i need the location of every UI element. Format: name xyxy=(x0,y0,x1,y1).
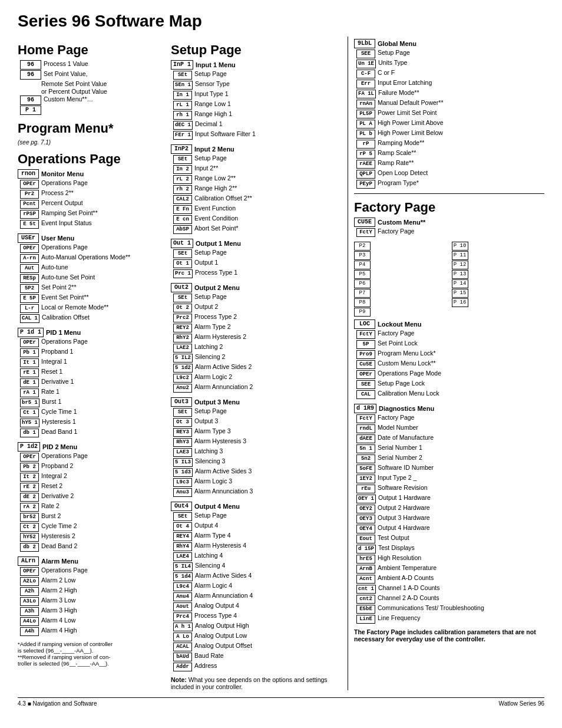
p-item-p5: P5 xyxy=(354,270,447,279)
page-title: Series 96 Software Map xyxy=(18,12,544,31)
output4-menu-label: Output 4 Menu xyxy=(194,503,240,510)
input1-menu-lcd: InP 1 xyxy=(171,60,193,70)
out4-item-ah1: A h 1Analog Output High xyxy=(171,622,342,631)
p-item-p14: P 14 xyxy=(452,279,545,288)
monitor-menu-label: Monitor Menu xyxy=(41,170,84,177)
diagnostics-menu-header: d 1R9 Diagnostics Menu xyxy=(354,404,544,413)
monitor-item-pcnt: Pcnt Percent Output xyxy=(18,199,165,209)
pid2-menu-header: P 1d2 PID 2 Menu xyxy=(18,442,165,452)
monitor-item-rpsp: rPSP Ramping Set Point** xyxy=(18,209,165,219)
glb-item-pl5p: PL5PPower Limit Set Point xyxy=(354,109,544,118)
out2-item-rey2: REY2Alarm Type 2 xyxy=(171,323,342,332)
p-item-p11: P 11 xyxy=(452,251,545,260)
lock-item-see: SEESetup Page Lock xyxy=(354,380,544,389)
user-item-arm: A-rn Auto-Manual Operations Mode** xyxy=(18,253,165,263)
pid2-menu-lcd: P 1d2 xyxy=(18,442,40,452)
diag-item-eout: EoutTest Output xyxy=(354,534,544,543)
p-item-p15: P 15 xyxy=(452,289,545,298)
input2-menu-block: InP2 Input 2 Menu SEtSetup Page In 2Inpu… xyxy=(171,144,342,234)
glb-item-rp5: rP 5Ramp Scale** xyxy=(354,149,544,159)
output3-menu-label: Output 3 Menu xyxy=(194,398,240,406)
home-item-custommenu: 96 Custom Menu**… xyxy=(18,95,165,105)
output1-menu-block: Out 1 Output 1 Menu SEtSetup Page Ot 1Ou… xyxy=(171,239,342,278)
home-indent1: Remote Set Point Value xyxy=(18,80,165,87)
diag-item-acnt: AcntAmbient A-D Counts xyxy=(354,574,544,584)
input1-menu-header: InP 1 Input 1 Menu xyxy=(171,60,342,70)
out4-item-l9c4: L9c4Alarm Logic 4 xyxy=(171,582,342,591)
global-menu-lcd: 9LbL xyxy=(354,39,375,48)
user-item-resp: RESp Auto-tune Set Point xyxy=(18,274,165,283)
lockout-menu-header: LOC Lockout Menu xyxy=(354,319,544,329)
out4-item-set: SEtSetup Page xyxy=(171,512,342,521)
in1-item-fer1: FEr 1Input Software Filter 1 xyxy=(171,130,342,140)
diag-item-oey4: OEY4Output 4 Hardware xyxy=(354,524,544,533)
monitor-item-e5t: E 5t Event Input Status xyxy=(18,219,165,229)
home-page-title: Home Page xyxy=(18,42,165,58)
in2-item-rl2: rL 2Range Low 2** xyxy=(171,174,342,184)
pid2-menu-block: P 1d2 PID 2 Menu OPErOperations Page Pb … xyxy=(18,442,165,552)
pid1-item-ra1: rA 1Rate 1 xyxy=(18,388,165,397)
diag-item-cnt2: cnt2Channel 2 A-D Counts xyxy=(354,594,544,604)
operations-page-title: Operations Page xyxy=(18,151,165,167)
pid1-item-re1: rE 1Reset 1 xyxy=(18,368,165,377)
alarm-item-a2lo: A2LoAlarm 2 Low xyxy=(18,577,165,586)
diag-item-rndl: rndLModel Number xyxy=(354,424,544,433)
alarm-menu-label: Alarm Menu xyxy=(41,558,78,565)
home-text-setpoint: Set Point Value, xyxy=(44,70,88,77)
lockout-menu-lcd: LOC xyxy=(354,319,375,329)
pid1-item-ct1: Ct 1Cycle Time 1 xyxy=(18,408,165,417)
footnote-2: **Removed if ramping version of con- xyxy=(18,654,165,660)
out4-item-anu4: Anu4Alarm Annunciation 4 xyxy=(171,592,342,601)
in2-item-efn: E FnEvent Function xyxy=(171,205,342,214)
pid2-item-ra2: rA 2Rate 2 xyxy=(18,502,165,512)
diag-item-d15p: d 15PTest Displays xyxy=(354,544,544,554)
home-lcd-process1: 96 xyxy=(20,60,41,70)
user-menu-header: USEr User Menu xyxy=(18,233,165,243)
alarm-item-a4h: A4hAlarm 4 High xyxy=(18,627,165,636)
out4-item-acal: ACALAnalog Output Offset xyxy=(171,642,342,651)
user-item-lr: L-r Local or Remote Mode** xyxy=(18,304,165,313)
home-indent2: or Percent Output Value xyxy=(18,88,165,95)
output4-menu-header: Out4 Output 4 Menu xyxy=(171,502,342,511)
out3-item-set: SEtSetup Page xyxy=(171,407,342,417)
p-item-p9: P9 xyxy=(354,308,447,317)
pid2-item-hy52: hY52Hysteresis 2 xyxy=(18,532,165,542)
p-item-p13: P 13 xyxy=(452,270,545,279)
monitor-menu-block: rnon Monitor Menu OPEr Operations Page P… xyxy=(18,169,165,229)
out1-item-set: SEtSetup Page xyxy=(171,249,342,258)
pid1-item-oper: OPErOperations Page xyxy=(18,338,165,347)
p-item-p6: P6 xyxy=(354,279,447,288)
p-item-p3: P3 xyxy=(354,251,447,260)
in2-item-set: SEtSetup Page xyxy=(171,154,342,164)
in2-item-absp: AbSPAbort Set Point* xyxy=(171,225,342,234)
monitor-item-oper: OPEr Operations Page xyxy=(18,179,165,189)
output2-menu-label: Output 2 Menu xyxy=(194,284,240,291)
user-menu-label: User Menu xyxy=(41,235,74,242)
home-lcd-p1: P 1 xyxy=(20,106,41,115)
input2-menu-header: InP2 Input 2 Menu xyxy=(171,144,342,154)
out4-item-rey4: REY4Alarm Type 4 xyxy=(171,532,342,541)
user-item-aut: Aut Auto-tune xyxy=(18,263,165,273)
factory-custom-label: Custom Menu** xyxy=(378,219,425,226)
lock-item-fcty: FctYFactory Page xyxy=(354,330,544,339)
diag-item-oey3: OEY3Output 3 Hardware xyxy=(354,514,544,523)
out3-item-anu3: Anu3Alarm Annunciation 3 xyxy=(171,487,342,497)
home-lcd-custommenu: 96 xyxy=(20,95,41,105)
output3-menu-lcd: Out3 xyxy=(171,397,192,407)
out2-item-l9c2: L9c2Alarm Logic 2 xyxy=(171,373,342,383)
diag-item-date: dAEEDate of Manufacture xyxy=(354,434,544,443)
pid2-item-db2: db 2Dead Band 2 xyxy=(18,542,165,552)
out4-item-prc4: Prc4Process Type 4 xyxy=(171,612,342,621)
footnote-1b: is selected (96__-____-AA__). xyxy=(18,647,165,654)
out4-item-sid4: 5 1d4Alarm Active Sides 4 xyxy=(171,572,342,581)
glb-item-set: SEESetup Page xyxy=(354,49,544,58)
out3-item-rey3: REY3Alarm Type 3 xyxy=(171,427,342,437)
alarm-item-a4lo: A4LoAlarm 4 Low xyxy=(18,617,165,626)
pid1-item-pb1: Pb 1Propband 1 xyxy=(18,348,165,357)
diag-item-sn1: 5n 1Serial Number 1 xyxy=(354,444,544,453)
home-item-process1: 96 Process 1 Value xyxy=(18,60,165,70)
monitor-item-pr2: Pr2 Process 2** xyxy=(18,189,165,199)
lock-item-pro9: Pro9Program Menu Lock* xyxy=(354,350,544,359)
alarm-item-a2h: A2hAlarm 2 High xyxy=(18,587,165,596)
setup-page-title: Setup Page xyxy=(171,42,342,58)
